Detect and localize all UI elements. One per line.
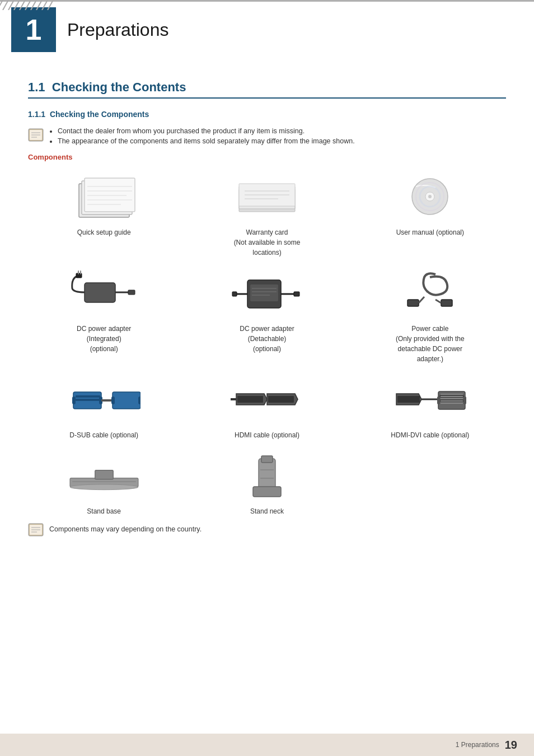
svg-rect-82 <box>95 470 113 479</box>
note-text: Contact the dealer from whom you purchas… <box>49 127 355 147</box>
standbase-image <box>68 451 140 502</box>
svg-rect-17 <box>85 178 135 212</box>
powercable-image <box>394 269 466 319</box>
section-title: 1.1 Checking the Contents <box>28 80 506 99</box>
bottom-note: Components may vary depending on the cou… <box>28 522 506 536</box>
usermanual-label: User manual (optional) <box>396 227 464 237</box>
svg-line-52 <box>419 297 424 303</box>
svg-line-4 <box>20 0 25 10</box>
standneck-label: Stand neck <box>250 506 284 516</box>
svg-rect-59 <box>113 392 140 409</box>
page-number: 19 <box>505 739 517 752</box>
svg-point-31 <box>428 195 432 198</box>
bottom-note-icon <box>28 523 44 536</box>
hdmi-image <box>231 375 303 426</box>
component-powercable: Power cable(Only provided with thedetach… <box>354 269 506 364</box>
components-grid-row2: DC power adapter(Integrated)(optional) <box>28 269 506 364</box>
svg-line-2 <box>8 0 14 10</box>
svg-rect-87 <box>261 456 273 463</box>
components-grid-row3: D-SUB cable (optional) HDMI cable (optio… <box>28 375 506 440</box>
component-quickguide: Quick setup guide <box>28 172 180 258</box>
page-footer: 1 Preparations 19 <box>0 734 534 756</box>
chapter-title: Preparations <box>67 20 168 40</box>
svg-rect-86 <box>253 487 281 497</box>
note-box: Contact the dealer from whom you purchas… <box>28 127 506 147</box>
components-grid-row1: Quick setup guide Warranty card(Not avai… <box>28 172 506 258</box>
component-empty <box>354 451 506 516</box>
note-item-1: Contact the dealer from whom you purchas… <box>58 127 355 135</box>
svg-rect-61 <box>138 396 140 404</box>
svg-rect-77 <box>441 400 463 402</box>
svg-rect-69 <box>397 396 420 403</box>
svg-rect-75 <box>441 396 463 397</box>
svg-line-9 <box>48 0 53 10</box>
svg-rect-36 <box>128 290 135 295</box>
svg-rect-76 <box>441 398 463 399</box>
dsub-label: D-SUB cable (optional) <box>69 430 138 440</box>
svg-rect-79 <box>437 396 440 404</box>
note-icon <box>28 128 44 142</box>
svg-rect-74 <box>441 394 463 395</box>
svg-line-3 <box>14 0 20 10</box>
svg-rect-34 <box>85 283 115 302</box>
note-item-2: The appearance of the components and ite… <box>58 137 355 145</box>
page-header: 1 Preparations <box>0 0 534 58</box>
svg-rect-47 <box>294 292 299 296</box>
dsub-image <box>68 375 140 426</box>
svg-rect-60 <box>111 396 115 404</box>
hdmidvi-image <box>394 375 466 426</box>
svg-line-7 <box>36 0 42 10</box>
chapter-number: 1 <box>11 7 56 52</box>
svg-line-8 <box>42 0 48 10</box>
components-label: Components <box>28 153 506 161</box>
quickguide-image <box>68 172 140 223</box>
quickguide-label: Quick setup guide <box>77 227 131 237</box>
svg-rect-67 <box>268 396 294 403</box>
component-hdmidvi: HDMI-DVI cable (optional) <box>354 375 506 440</box>
svg-line-6 <box>31 0 36 10</box>
usermanual-image <box>394 172 466 223</box>
dcpower-integrated-image <box>68 269 140 319</box>
svg-line-1 <box>3 0 8 10</box>
svg-rect-49 <box>441 300 452 306</box>
component-standbase: Stand base <box>28 451 180 516</box>
svg-line-50 <box>435 300 441 303</box>
svg-rect-51 <box>407 300 419 306</box>
svg-rect-63 <box>237 396 263 403</box>
standneck-image <box>231 451 303 502</box>
component-dcpower-detachable: DC power adapter(Detachable)(optional) <box>191 269 343 364</box>
hdmidvi-label: HDMI-DVI cable (optional) <box>391 430 469 440</box>
component-usermanual: User manual (optional) <box>354 172 506 258</box>
footer-text: 1 Preparations <box>456 741 499 749</box>
svg-rect-38 <box>78 270 79 274</box>
svg-rect-80 <box>463 396 466 404</box>
powercable-label: Power cable(Only provided with thedetach… <box>396 324 465 364</box>
warrantycard-label: Warranty card(Not available in somelocat… <box>234 227 301 258</box>
standbase-label: Stand base <box>87 506 121 516</box>
main-content: 1.1 Checking the Contents 1.1.1 Checking… <box>0 58 534 587</box>
component-hdmi: HDMI cable (optional) <box>191 375 343 440</box>
dcpower-integrated-label: DC power adapter(Integrated)(optional) <box>77 324 131 354</box>
warrantycard-image <box>231 172 303 223</box>
svg-line-0 <box>0 0 3 10</box>
svg-rect-57 <box>76 399 100 401</box>
svg-point-83 <box>70 484 138 489</box>
svg-line-5 <box>25 0 31 10</box>
component-dsub: D-SUB cable (optional) <box>28 375 180 440</box>
hdmi-label: HDMI cable (optional) <box>235 430 299 440</box>
component-dcpower-integrated: DC power adapter(Integrated)(optional) <box>28 269 180 364</box>
svg-rect-48 <box>232 292 237 296</box>
component-standneck: Stand neck <box>191 451 343 516</box>
bottom-note-text: Components may vary depending on the cou… <box>49 525 202 533</box>
dcpower-detachable-image <box>231 269 303 319</box>
components-grid-row4: Stand base Stand neck <box>28 451 506 516</box>
svg-rect-54 <box>72 396 76 404</box>
svg-rect-56 <box>76 395 100 398</box>
subsection-title: 1.1.1 Checking the Components <box>28 110 506 119</box>
dcpower-detachable-label: DC power adapter(Detachable)(optional) <box>240 324 294 354</box>
svg-rect-39 <box>80 270 81 274</box>
component-warrantycard: Warranty card(Not available in somelocat… <box>191 172 343 258</box>
svg-rect-41 <box>250 284 278 301</box>
svg-rect-78 <box>441 403 463 404</box>
